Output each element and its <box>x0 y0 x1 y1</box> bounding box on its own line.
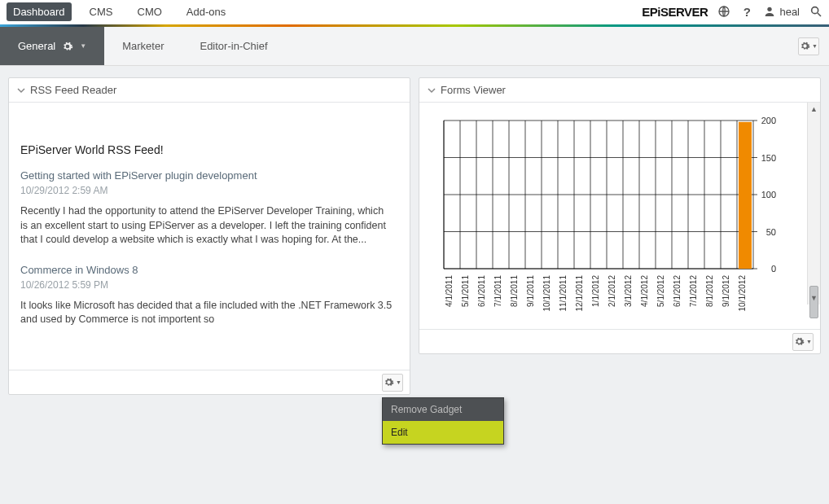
svg-point-2 <box>812 7 818 14</box>
svg-rect-60 <box>739 122 752 269</box>
tab-general-label: General <box>18 40 55 52</box>
svg-point-1 <box>768 7 772 11</box>
rss-scroll[interactable]: EPiServer World RSS Feed! Getting starte… <box>9 103 410 370</box>
svg-text:0: 0 <box>771 264 776 274</box>
rss-gadget-body: EPiServer World RSS Feed! Getting starte… <box>9 103 410 370</box>
svg-text:100: 100 <box>761 190 776 199</box>
rss-gadget-footer: ▼ <box>9 370 410 394</box>
rss-item: Getting started with EPiServer plugin de… <box>20 169 393 248</box>
svg-text:7/1/2012: 7/1/2012 <box>689 275 698 307</box>
tab-marketer[interactable]: Marketer <box>104 27 182 65</box>
rss-item-date: 10/26/2012 5:59 PM <box>20 279 393 291</box>
svg-text:2/1/2012: 2/1/2012 <box>607 275 616 307</box>
rss-item-body: Recently I had the opportunity to attend… <box>20 204 393 248</box>
chevron-down-icon: ▼ <box>80 42 86 50</box>
svg-text:6/1/2011: 6/1/2011 <box>477 275 486 307</box>
scroll-up-icon[interactable]: ▲ <box>808 103 820 116</box>
menu-edit[interactable]: Edit <box>383 421 503 444</box>
rss-item-title[interactable]: Commerce in Windows 8 <box>20 264 393 276</box>
dashboard-settings-button[interactable]: ▼ <box>798 37 819 55</box>
scrollbar-vertical[interactable]: ▲ ▼ <box>807 103 820 305</box>
user-menu[interactable]: heal <box>763 5 800 18</box>
svg-text:8/1/2011: 8/1/2011 <box>510 275 519 307</box>
tab-editor-label: Editor-in-Chief <box>200 40 267 52</box>
svg-text:12/1/2011: 12/1/2011 <box>575 275 584 312</box>
svg-line-3 <box>818 13 821 16</box>
sub-tab-bar: General ▼ Marketer Editor-in-Chief ▼ <box>0 27 829 66</box>
chevron-down-icon: ▼ <box>812 43 818 49</box>
chevron-down-icon: ▼ <box>396 379 401 385</box>
nav-addons[interactable]: Add-ons <box>180 2 232 21</box>
svg-text:9/1/2012: 9/1/2012 <box>722 275 730 307</box>
svg-text:3/1/2012: 3/1/2012 <box>624 275 633 307</box>
menu-remove-gadget[interactable]: Remove Gadget <box>383 398 503 421</box>
gadget-context-menu: Remove Gadget Edit <box>382 397 504 445</box>
tab-editor-in-chief[interactable]: Editor-in-Chief <box>182 27 285 65</box>
scroll-down-icon[interactable]: ▼ <box>808 291 820 305</box>
rss-item-title[interactable]: Getting started with EPiServer plugin de… <box>20 169 393 182</box>
svg-text:6/1/2012: 6/1/2012 <box>673 275 682 307</box>
chevron-down-icon <box>428 86 436 94</box>
dashboard-area: RSS Feed Reader EPiServer World RSS Feed… <box>0 66 829 406</box>
forms-gadget-body: 0501001502004/1/20115/1/20116/1/20117/1/… <box>419 103 820 329</box>
chart: 0501001502004/1/20115/1/20116/1/20117/1/… <box>419 103 820 329</box>
rss-item: Commerce in Windows 8 10/26/2012 5:59 PM… <box>20 264 393 327</box>
svg-text:10/1/2011: 10/1/2011 <box>542 275 551 312</box>
svg-text:1/1/2012: 1/1/2012 <box>591 275 600 307</box>
logo: EPiSERVER <box>642 5 708 19</box>
svg-text:4/1/2011: 4/1/2011 <box>445 275 454 307</box>
chevron-down-icon: ▼ <box>806 339 812 344</box>
svg-text:50: 50 <box>766 227 776 237</box>
top-nav-right: EPiSERVER ? heal <box>642 5 822 19</box>
nav-cmo[interactable]: CMO <box>131 2 169 21</box>
rss-gadget-header[interactable]: RSS Feed Reader <box>9 78 410 103</box>
subbar-right: ▼ <box>798 27 829 65</box>
svg-text:150: 150 <box>761 153 776 163</box>
svg-text:11/1/2011: 11/1/2011 <box>559 275 568 312</box>
person-icon <box>763 5 776 18</box>
top-nav: Dashboard CMS CMO Add-ons EPiSERVER ? he… <box>0 0 829 24</box>
svg-text:4/1/2012: 4/1/2012 <box>640 275 649 307</box>
svg-text:8/1/2012: 8/1/2012 <box>705 275 714 307</box>
svg-text:5/1/2011: 5/1/2011 <box>461 275 470 307</box>
user-name: heal <box>779 6 800 18</box>
tab-general[interactable]: General ▼ <box>0 27 104 65</box>
rss-gadget: RSS Feed Reader EPiServer World RSS Feed… <box>8 77 410 395</box>
forms-gadget: Forms Viewer 0501001502004/1/20115/1/201… <box>419 77 821 354</box>
svg-text:10/1/2012: 10/1/2012 <box>738 275 747 312</box>
nav-dashboard[interactable]: Dashboard <box>7 2 72 21</box>
svg-text:7/1/2011: 7/1/2011 <box>493 275 502 307</box>
globe-icon[interactable] <box>717 5 730 18</box>
rss-item-date: 10/29/2012 2:59 AM <box>20 185 393 196</box>
search-icon[interactable] <box>809 5 822 18</box>
rss-item-body: It looks like Microsoft has decided that… <box>20 299 393 327</box>
forms-gadget-header[interactable]: Forms Viewer <box>419 78 820 103</box>
help-icon[interactable]: ? <box>740 5 753 18</box>
rss-gadget-title: RSS Feed Reader <box>30 84 116 96</box>
forms-gadget-menu-button[interactable]: ▼ <box>792 333 814 351</box>
forms-gadget-footer: ▼ <box>419 329 820 353</box>
tab-marketer-label: Marketer <box>122 40 164 52</box>
forms-gadget-title: Forms Viewer <box>441 84 506 96</box>
rss-gadget-menu-button[interactable]: ▼ <box>382 374 403 392</box>
forms-chart-svg: 0501001502004/1/20115/1/20116/1/20117/1/… <box>436 114 794 326</box>
top-nav-left: Dashboard CMS CMO Add-ons <box>7 2 232 21</box>
svg-text:5/1/2012: 5/1/2012 <box>656 275 665 307</box>
nav-cms[interactable]: CMS <box>83 2 120 21</box>
svg-text:200: 200 <box>761 116 776 125</box>
gear-icon[interactable] <box>62 41 73 52</box>
chevron-down-icon <box>17 86 25 94</box>
rss-feed-title: EPiServer World RSS Feed! <box>20 143 393 156</box>
svg-text:9/1/2011: 9/1/2011 <box>526 275 535 307</box>
